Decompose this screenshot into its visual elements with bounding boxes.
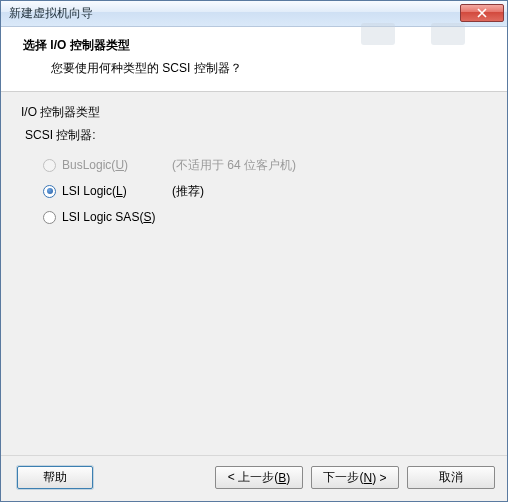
titlebar: 新建虚拟机向导 [1,1,507,27]
section-label: I/O 控制器类型 [21,104,487,121]
sub-label: SCSI 控制器: [25,127,487,144]
close-button[interactable] [460,4,504,22]
radio-label: BusLogic(U) [62,158,172,172]
radio-option-buslogic: BusLogic(U) (不适用于 64 位客户机) [43,152,487,178]
page-subtitle: 您要使用何种类型的 SCSI 控制器？ [51,60,491,77]
content-area: I/O 控制器类型 SCSI 控制器: BusLogic(U) (不适用于 64… [1,92,507,455]
radio-note: (不适用于 64 位客户机) [172,157,296,174]
help-button[interactable]: 帮助 [17,466,93,489]
wizard-window: 新建虚拟机向导 选择 I/O 控制器类型 您要使用何种类型的 SCSI 控制器？… [0,0,508,502]
back-button[interactable]: < 上一步(B) [215,466,303,489]
radio-label: LSI Logic(L) [62,184,172,198]
radio-label: LSI Logic SAS(S) [62,210,172,224]
radio-input[interactable] [43,185,56,198]
header-pane: 选择 I/O 控制器类型 您要使用何种类型的 SCSI 控制器？ [1,27,507,92]
radio-input[interactable] [43,211,56,224]
radio-note: (推荐) [172,183,204,200]
next-button[interactable]: 下一步(N) > [311,466,399,489]
close-icon [477,8,487,18]
radio-option-lsilogic-sas[interactable]: LSI Logic SAS(S) [43,204,487,230]
radio-option-lsilogic[interactable]: LSI Logic(L) (推荐) [43,178,487,204]
window-title: 新建虚拟机向导 [9,5,460,22]
page-title: 选择 I/O 控制器类型 [23,37,491,54]
footer: 帮助 < 上一步(B) 下一步(N) > 取消 [1,455,507,501]
cancel-button[interactable]: 取消 [407,466,495,489]
radio-input [43,159,56,172]
scsi-radio-group: BusLogic(U) (不适用于 64 位客户机) LSI Logic(L) … [43,152,487,230]
